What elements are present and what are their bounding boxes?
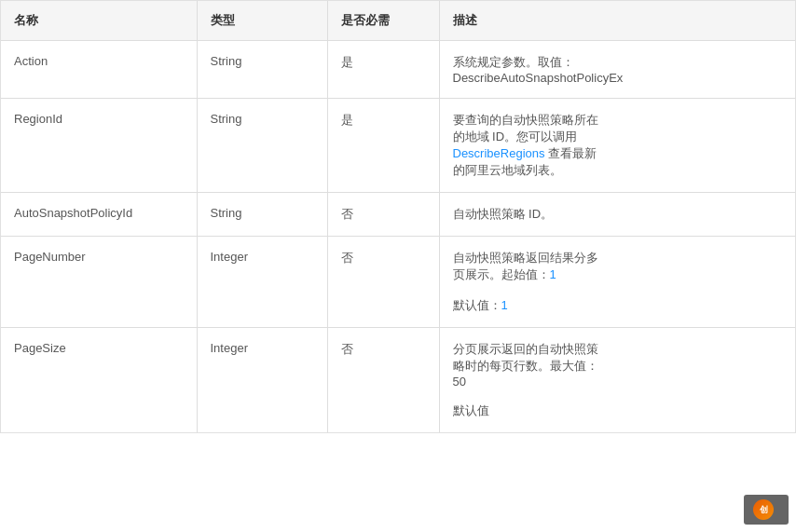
param-name: RegionId [1, 99, 197, 193]
api-params-table: 名称 类型 是否必需 描述 ActionString是系统规定参数。取值：Des… [0, 0, 796, 433]
param-required: 是 [327, 41, 439, 99]
start-value: 1 [550, 267, 556, 281]
param-desc: 自动快照策略返回结果分多页展示。起始值：1默认值：1 [439, 237, 795, 328]
default-value: 1 [501, 298, 508, 312]
param-desc: 自动快照策略 ID。 [439, 193, 795, 237]
header-required: 是否必需 [327, 1, 439, 41]
param-type: Integer [197, 237, 327, 328]
describe-regions-link[interactable]: DescribeRegions [453, 146, 545, 160]
param-required: 否 [327, 237, 439, 328]
param-required: 是 [327, 99, 439, 193]
table-header-row: 名称 类型 是否必需 描述 [1, 1, 795, 41]
header-name: 名称 [1, 1, 197, 41]
header-type: 类型 [197, 1, 327, 41]
param-type: String [197, 193, 327, 237]
header-desc: 描述 [439, 1, 795, 41]
param-name: Action [1, 41, 197, 99]
param-required: 否 [327, 193, 439, 237]
param-type: String [197, 99, 327, 193]
param-type: String [197, 41, 327, 99]
param-desc: 分页展示返回的自动快照策略时的每页行数。最大值：50默认值 [439, 328, 795, 433]
table-row: AutoSnapshotPolicyIdString否自动快照策略 ID。 [1, 193, 795, 237]
table-row: PageNumberInteger否自动快照策略返回结果分多页展示。起始值：1默… [1, 237, 795, 328]
table-row: RegionIdString是要查询的自动快照策略所在的地域 ID。您可以调用D… [1, 99, 795, 193]
param-type: Integer [197, 328, 327, 433]
param-required: 否 [327, 328, 439, 433]
param-desc: 系统规定参数。取值：DescribeAutoSnapshotPolicyEx [439, 41, 795, 99]
table-row: PageSizeInteger否分页展示返回的自动快照策略时的每页行数。最大值：… [1, 328, 795, 433]
param-name: PageNumber [1, 237, 197, 328]
table-row: ActionString是系统规定参数。取值：DescribeAutoSnaps… [1, 41, 795, 99]
param-name: PageSize [1, 328, 197, 433]
param-desc: 要查询的自动快照策略所在的地域 ID。您可以调用DescribeRegions … [439, 99, 795, 193]
param-name: AutoSnapshotPolicyId [1, 193, 197, 237]
